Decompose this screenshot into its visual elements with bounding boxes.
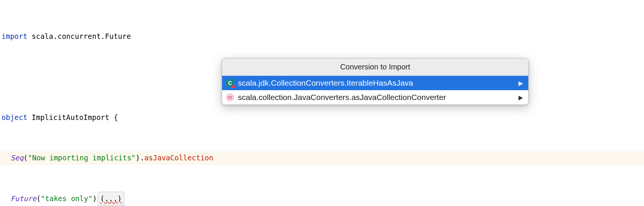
- method-icon: m: [226, 93, 234, 101]
- submenu-arrow-icon: ▶: [518, 94, 523, 101]
- seq-call: Seq: [11, 154, 23, 162]
- submenu-arrow-icon: ▶: [518, 80, 523, 87]
- unresolved-method: asJavaCollection: [144, 154, 213, 162]
- code-line-1[interactable]: import scala.concurrent.Future: [0, 30, 644, 43]
- popup-item-label: scala.jdk.CollectionConverters.IterableH…: [238, 78, 515, 88]
- close-paren: ): [92, 194, 97, 203]
- open-brace: {: [113, 113, 118, 121]
- keyword-import: import: [2, 32, 28, 40]
- code-line-3[interactable]: object ImplicitAutoImport {: [0, 111, 644, 125]
- open-paren: (: [23, 154, 28, 162]
- class-icon: C: [226, 79, 234, 87]
- conversion-popup: Conversion to Import C scala.jdk.Collect…: [222, 58, 529, 105]
- code-line-4-highlighted[interactable]: Seq("Now importing implicits").asJavaCol…: [0, 151, 644, 165]
- error-ellipsis: (...): [100, 194, 122, 203]
- dot: .: [140, 154, 144, 162]
- open-paren: (: [37, 194, 41, 203]
- popup-item-asjavacollectionconverter[interactable]: m scala.collection.JavaConverters.asJava…: [222, 90, 528, 105]
- popup-item-iterablehasasjava[interactable]: C scala.jdk.CollectionConverters.Iterabl…: [222, 76, 528, 90]
- close-paren: ): [136, 154, 140, 162]
- popup-title: Conversion to Import: [222, 58, 528, 76]
- import-path: scala.concurrent.Future: [28, 32, 131, 40]
- code-line-5[interactable]: Future("takes only")(...): [0, 192, 644, 206]
- future-call: Future: [11, 194, 37, 203]
- keyword-object: object: [2, 113, 28, 121]
- popup-item-label: scala.collection.JavaConverters.asJavaCo…: [238, 93, 515, 102]
- object-name: ImplicitAutoImport: [28, 113, 114, 121]
- string-literal: "Now importing implicits": [28, 154, 136, 162]
- string-literal: "takes only": [41, 194, 92, 203]
- error-hint-box[interactable]: (...): [98, 192, 124, 206]
